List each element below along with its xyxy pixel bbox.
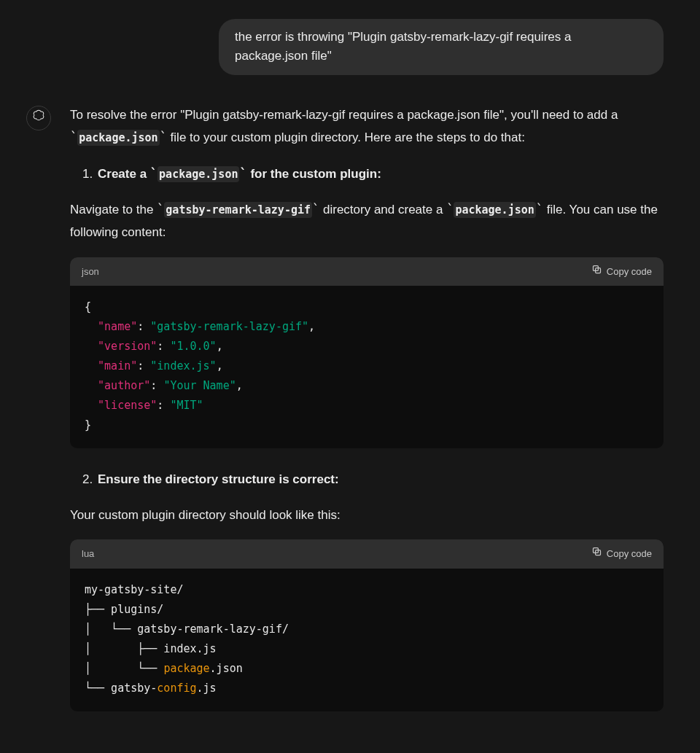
intro-text-pre: To resolve the error "Plugin gatsby-rema… <box>70 108 618 122</box>
code-lang-label: lua <box>82 545 94 562</box>
nav-mid: directory and create a <box>319 203 446 216</box>
inline-code-package-json: package.json <box>158 166 239 182</box>
dir-paragraph: Your custom plugin directory should look… <box>70 504 664 527</box>
user-message-text: the error is throwing "Plugin gatsby-rem… <box>235 30 571 63</box>
copy-icon <box>591 263 602 280</box>
navigate-paragraph: Navigate to the `gatsby-remark-lazy-gif`… <box>70 198 664 243</box>
copy-code-button[interactable]: Copy code <box>591 545 652 562</box>
assistant-message-row: To resolve the error "Plugin gatsby-rema… <box>26 104 664 732</box>
steps-list: Create a `package.json` for the custom p… <box>70 163 664 186</box>
step1-post: for the custom plugin: <box>247 167 381 181</box>
code-block-tree: lua Copy code my-gatsby-site/ ├── plugin… <box>70 539 664 711</box>
nav-pre: Navigate to the <box>70 203 157 216</box>
steps-list-2: Ensure the directory structure is correc… <box>70 469 664 491</box>
step-1: Create a `package.json` for the custom p… <box>96 163 664 186</box>
intro-text-post: file to your custom plugin directory. He… <box>167 130 525 144</box>
code-header: lua Copy code <box>70 539 664 568</box>
step1-pre: Create a <box>98 167 150 181</box>
code-lang-label: json <box>82 263 99 280</box>
assistant-avatar <box>26 106 51 130</box>
inline-code-package-json: package.json <box>77 130 159 146</box>
copy-code-button[interactable]: Copy code <box>591 263 652 280</box>
inline-code-package-json: package.json <box>454 202 535 218</box>
copy-code-label: Copy code <box>607 545 652 562</box>
step-2: Ensure the directory structure is correc… <box>96 469 664 491</box>
code-body-tree[interactable]: my-gatsby-site/ ├── plugins/ │ └── gatsb… <box>70 569 664 711</box>
copy-icon <box>591 545 602 562</box>
openai-logo-icon <box>32 109 45 128</box>
code-block-json: json Copy code { "name": "gatsby-remark-… <box>70 257 664 448</box>
copy-code-label: Copy code <box>607 263 652 280</box>
intro-paragraph: To resolve the error "Plugin gatsby-rema… <box>70 104 664 149</box>
user-message-row: the error is throwing "Plugin gatsby-rem… <box>26 19 664 75</box>
assistant-content: To resolve the error "Plugin gatsby-rema… <box>70 104 664 732</box>
code-header: json Copy code <box>70 257 664 286</box>
step2-text: Ensure the directory structure is correc… <box>98 472 339 486</box>
user-message-bubble: the error is throwing "Plugin gatsby-rem… <box>219 19 664 75</box>
inline-code-plugin-dir: gatsby-remark-lazy-gif <box>164 202 312 218</box>
code-body-json[interactable]: { "name": "gatsby-remark-lazy-gif", "ver… <box>70 286 664 448</box>
